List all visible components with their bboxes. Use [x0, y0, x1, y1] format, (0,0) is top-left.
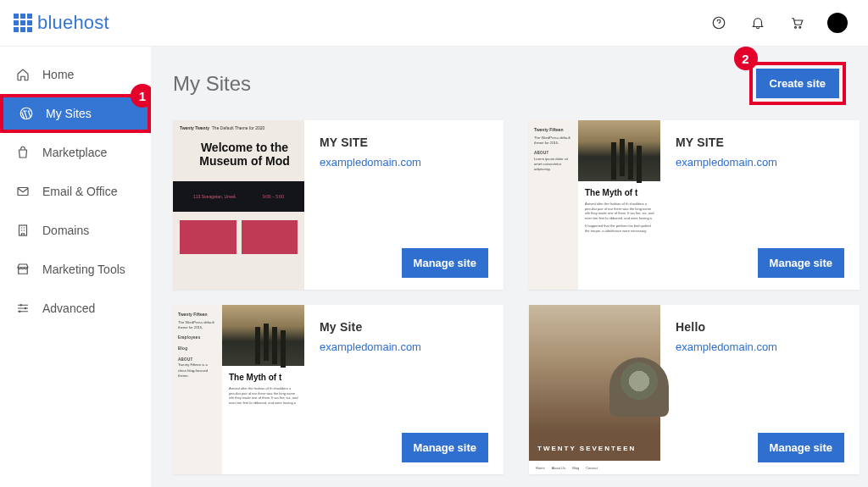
- sidebar-item-advanced[interactable]: Advanced: [0, 289, 151, 328]
- sidebar-item-domains[interactable]: Domains: [0, 211, 151, 250]
- page-head: My Sites Create site 2: [173, 62, 846, 105]
- sliders-icon: [15, 301, 31, 316]
- thumb-overlay-title: TWENTY SEVENTEEN: [537, 445, 636, 452]
- sidebar-item-marketplace[interactable]: Marketplace: [0, 133, 151, 172]
- site-name: MY SITE: [320, 136, 488, 149]
- sites-grid: Twenty Twenty The Default Theme for 2020…: [173, 120, 846, 474]
- mail-icon: [15, 184, 31, 199]
- site-card: Twenty Twenty The Default Theme for 2020…: [173, 120, 504, 290]
- thumb-content: The Myth of t Arrived after the fashion …: [578, 120, 660, 290]
- site-domain-link[interactable]: exampledomain.com: [676, 156, 844, 169]
- building-icon: [15, 223, 31, 238]
- create-site-button[interactable]: Create site: [756, 69, 839, 98]
- topbar-right: [710, 13, 848, 33]
- thumb-hero-text: Welcome to theMuseum of Mod: [173, 132, 304, 176]
- site-thumbnail: Twenty Fifteen The WordPress default the…: [173, 305, 304, 474]
- svg-point-2: [795, 26, 797, 28]
- site-name: Hello: [676, 320, 844, 334]
- manage-site-button[interactable]: Manage site: [758, 433, 844, 462]
- theme-label: Twenty Twenty The Default Theme for 2020: [173, 120, 304, 132]
- help-icon[interactable]: [710, 14, 727, 31]
- thumb-info-bar: 113 Sveagatan, Umeå 9:00 – 5:00: [173, 181, 304, 212]
- svg-point-9: [19, 311, 20, 313]
- site-meta: MY SITE exampledomain.com Manage site: [304, 120, 504, 290]
- thumb-content: The Myth of t Arrived after the fashion …: [222, 305, 304, 474]
- svg-point-1: [719, 25, 720, 26]
- thumb-plant: [609, 357, 669, 417]
- site-meta: Hello exampledomain.com Manage site: [660, 305, 860, 474]
- bell-icon[interactable]: [749, 14, 766, 31]
- svg-point-8: [25, 307, 26, 309]
- sidebar-item-label: My Sites: [46, 107, 92, 120]
- site-card: TWENTY SEVENTEEN Home About Us Blog Cont…: [529, 305, 860, 474]
- sidebar: Home My Sites 1 Marketplace Email & Offi…: [0, 47, 151, 487]
- thumb-sidebar: Twenty Fifteen The WordPress default the…: [529, 120, 578, 290]
- sidebar-item-marketing[interactable]: Marketing Tools: [0, 250, 151, 289]
- thumb-sidebar: Twenty Fifteen The WordPress default the…: [173, 305, 222, 474]
- sidebar-item-label: Marketplace: [42, 146, 107, 159]
- site-domain-link[interactable]: exampledomain.com: [320, 156, 488, 169]
- main: My Sites Create site 2 Twenty Twenty The…: [151, 47, 868, 487]
- bag-icon: [15, 145, 31, 160]
- svg-point-3: [799, 26, 801, 28]
- brand-logo[interactable]: bluehost: [14, 12, 109, 34]
- wordpress-icon: [19, 106, 34, 121]
- site-domain-link[interactable]: exampledomain.com: [676, 340, 844, 353]
- manage-site-button[interactable]: Manage site: [758, 248, 844, 278]
- thumb-photo: [222, 305, 304, 366]
- sidebar-item-email[interactable]: Email & Office: [0, 172, 151, 211]
- thumb-nav-bar: Home About Us Blog Contact: [529, 461, 660, 474]
- site-meta: My Site exampledomain.com Manage site: [304, 305, 504, 474]
- thumb-article: The Myth of t Arrived after the fashion …: [578, 181, 660, 234]
- sidebar-item-home[interactable]: Home: [0, 55, 151, 94]
- site-card: Twenty Fifteen The WordPress default the…: [173, 305, 504, 474]
- sidebar-item-mysites[interactable]: My Sites: [0, 94, 151, 133]
- thumb-photo: [578, 120, 660, 181]
- grid-icon: [14, 14, 32, 32]
- manage-site-button[interactable]: Manage site: [402, 248, 488, 278]
- thumb-article: The Myth of t Arrived after the fashion …: [222, 366, 304, 405]
- site-name: MY SITE: [676, 136, 844, 149]
- layout: Home My Sites 1 Marketplace Email & Offi…: [0, 47, 868, 487]
- sidebar-item-label: Domains: [42, 224, 89, 237]
- site-thumbnail: Twenty Twenty The Default Theme for 2020…: [173, 120, 304, 290]
- site-thumbnail: Twenty Fifteen The WordPress default the…: [529, 120, 660, 290]
- thumb-blocks: [173, 212, 304, 254]
- avatar[interactable]: [827, 13, 848, 33]
- annotation-badge-2: 2: [734, 47, 758, 70]
- manage-site-button[interactable]: Manage site: [402, 433, 488, 462]
- site-thumbnail: TWENTY SEVENTEEN Home About Us Blog Cont…: [529, 305, 660, 474]
- sidebar-item-label: Marketing Tools: [42, 263, 125, 276]
- sidebar-item-label: Home: [42, 68, 74, 81]
- cart-icon[interactable]: [788, 14, 805, 31]
- site-domain-link[interactable]: exampledomain.com: [320, 340, 488, 353]
- site-meta: MY SITE exampledomain.com Manage site: [660, 120, 860, 290]
- sidebar-item-label: Advanced: [42, 302, 95, 315]
- page-title: My Sites: [173, 72, 251, 96]
- site-name: My Site: [320, 320, 488, 334]
- home-icon: [15, 67, 31, 82]
- create-site-highlight: Create site: [749, 62, 846, 105]
- sidebar-item-label: Email & Office: [42, 185, 117, 198]
- store-icon: [15, 262, 31, 277]
- brand-text: bluehost: [37, 12, 109, 34]
- site-card: Twenty Fifteen The WordPress default the…: [529, 120, 860, 290]
- topbar: bluehost: [0, 0, 868, 47]
- svg-point-7: [20, 304, 22, 306]
